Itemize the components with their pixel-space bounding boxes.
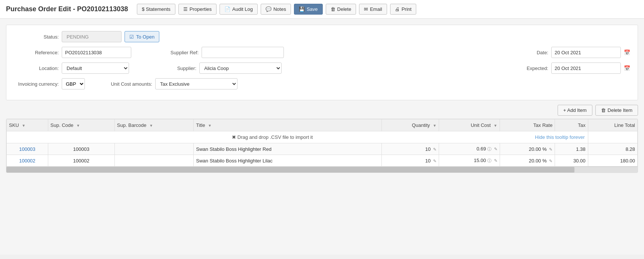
- statements-button[interactable]: $ Statements: [137, 4, 175, 15]
- row1-title: Swan Stabilo Boss Highlighter Red: [194, 143, 382, 155]
- reference-input[interactable]: [62, 47, 131, 58]
- location-group: Location: Default: [14, 63, 129, 74]
- currency-select[interactable]: GBP: [62, 78, 85, 89]
- row2-title: Swan Stabilo Boss Highlighter Lilac: [194, 155, 382, 167]
- unit-cost-filter-icon[interactable]: ▼: [494, 124, 497, 128]
- csv-tooltip-row: ✖ Drag and drop .CSV file to import it H…: [7, 131, 638, 143]
- status-group: Status: PENDING ☑ To Open: [14, 31, 159, 42]
- notes-icon: 💬: [266, 6, 272, 12]
- row1-unit-cost-info-icon[interactable]: ⓘ: [487, 147, 491, 151]
- delete-button[interactable]: 🗑 Delete: [326, 4, 356, 15]
- email-icon: ✉: [364, 6, 368, 12]
- expected-group: Expected: 📅: [503, 63, 630, 74]
- row1-sku[interactable]: 100003: [7, 143, 48, 155]
- date-calendar-icon[interactable]: 📅: [624, 49, 630, 55]
- hide-tooltip-link[interactable]: Hide this tooltip forever: [535, 134, 585, 140]
- table-header-row: SKU ▼ Sup. Code ▼ Sup. Barcode ▼ Title: [7, 119, 638, 131]
- table-section: SKU ▼ Sup. Code ▼ Sup. Barcode ▼ Title: [6, 119, 638, 173]
- status-row: Status: PENDING ☑ To Open: [14, 31, 630, 42]
- to-open-button[interactable]: ☑ To Open: [125, 31, 159, 42]
- col-title: Title ▼: [194, 119, 382, 131]
- properties-icon: ☰: [183, 6, 188, 12]
- delete-item-button[interactable]: 🗑 Delete Item: [595, 105, 638, 116]
- row1-tax: 1.38: [555, 143, 588, 155]
- notes-button[interactable]: 💬 Notes: [261, 4, 291, 15]
- row1-sup-barcode: [114, 143, 194, 155]
- add-item-button[interactable]: + Add Item: [558, 105, 592, 116]
- status-value: PENDING: [62, 31, 122, 42]
- row2-unit-cost-edit-icon[interactable]: ✎: [494, 158, 497, 163]
- audit-log-icon: 📄: [224, 6, 230, 12]
- unit-cost-amounts-select[interactable]: Tax Exclusive: [155, 78, 237, 89]
- print-button[interactable]: 🖨 Print: [390, 4, 417, 15]
- supplier-group: Supplier: Alicia Coop: [151, 63, 282, 74]
- reference-group: Reference:: [14, 47, 131, 58]
- unit-cost-group: Unit Cost amounts: Tax Exclusive: [107, 78, 237, 89]
- row2-sup-code: 100002: [48, 155, 114, 167]
- sup-code-filter-icon[interactable]: ▼: [76, 124, 80, 128]
- save-icon: 💾: [299, 6, 305, 12]
- properties-button[interactable]: ☰ Properties: [178, 4, 217, 15]
- row2-tax: 30.00: [555, 155, 588, 167]
- row2-tax-rate-edit-icon[interactable]: ✎: [549, 159, 552, 163]
- form-section: Status: PENDING ☑ To Open Reference: Sup…: [6, 25, 638, 100]
- col-tax: Tax: [555, 119, 588, 131]
- row2-unit-cost-info-icon[interactable]: ⓘ: [487, 158, 491, 163]
- reference-label: Reference:: [14, 50, 59, 55]
- location-row: Location: Default Supplier: Alicia Coop …: [14, 63, 630, 74]
- main-content: Status: PENDING ☑ To Open Reference: Sup…: [0, 19, 644, 255]
- table-scroll-area[interactable]: SKU ▼ Sup. Code ▼ Sup. Barcode ▼ Title: [6, 119, 638, 167]
- checkbox-icon: ☑: [129, 34, 134, 40]
- supplier-label: Supplier:: [151, 65, 196, 71]
- currency-row: Invoicing currency: GBP Unit Cost amount…: [14, 78, 630, 89]
- page-title: Purchase Order Edit - PO20102113038: [6, 5, 128, 13]
- date-group: Date: 📅: [503, 47, 630, 58]
- invoicing-currency-label: Invoicing currency:: [14, 81, 59, 87]
- email-button[interactable]: ✉ Email: [359, 4, 387, 15]
- title-filter-icon[interactable]: ▼: [208, 124, 212, 128]
- col-sup-barcode: Sup. Barcode ▼: [114, 119, 194, 131]
- date-label: Date:: [503, 50, 548, 55]
- status-label: Status:: [14, 34, 59, 40]
- audit-log-button[interactable]: 📄 Audit Log: [220, 4, 258, 15]
- unit-cost-amounts-label: Unit Cost amounts:: [107, 81, 152, 87]
- col-unit-cost: Unit Cost ▼: [439, 119, 500, 131]
- row2-sku[interactable]: 100002: [7, 155, 48, 167]
- row1-sup-code: 100003: [48, 143, 114, 155]
- expected-calendar-icon[interactable]: 📅: [624, 65, 630, 71]
- scrollbar-thumb: [6, 167, 574, 173]
- csv-tooltip-cell: ✖ Drag and drop .CSV file to import it H…: [7, 131, 588, 143]
- quantity-filter-icon[interactable]: ▼: [433, 124, 436, 128]
- row1-tax-rate: 20.00 % ✎: [500, 143, 555, 155]
- supplier-ref-input[interactable]: [202, 47, 284, 58]
- row1-quantity-edit-icon[interactable]: ✎: [433, 147, 436, 152]
- row2-unit-cost: 15.00 ⓘ ✎: [439, 155, 500, 167]
- top-bar: Purchase Order Edit - PO20102113038 $ St…: [0, 0, 644, 19]
- col-tax-rate: Tax Rate: [500, 119, 555, 131]
- row1-quantity: 10 ✎: [382, 143, 439, 155]
- horizontal-scrollbar[interactable]: [6, 167, 638, 173]
- supplier-ref-label: Supplier Ref:: [154, 50, 199, 55]
- row2-quantity-edit-icon[interactable]: ✎: [433, 159, 436, 163]
- sup-barcode-filter-icon[interactable]: ▼: [149, 124, 153, 128]
- location-select[interactable]: Default: [62, 63, 129, 74]
- row1-line-total: 8.28: [588, 143, 637, 155]
- row2-tax-rate: 20.00 % ✎: [500, 155, 555, 167]
- table-row: 100003 100003 Swan Stabilo Boss Highligh…: [7, 143, 638, 155]
- col-sku: SKU ▼: [7, 119, 48, 131]
- save-button[interactable]: 💾 Save: [294, 4, 323, 15]
- location-label: Location:: [14, 65, 59, 71]
- expected-input[interactable]: [551, 63, 621, 74]
- col-quantity: Quantity ▼: [382, 119, 439, 131]
- row2-sup-barcode: [114, 155, 194, 167]
- supplier-select[interactable]: Alicia Coop: [199, 63, 282, 74]
- row1-unit-cost-edit-icon[interactable]: ✎: [494, 147, 497, 151]
- date-input[interactable]: [551, 47, 621, 58]
- row2-quantity: 10 ✎: [382, 155, 439, 167]
- row1-unit-cost: 0.69 ⓘ ✎: [439, 143, 500, 155]
- row2-line-total: 180.00: [588, 155, 637, 167]
- reference-row: Reference: Supplier Ref: Date: 📅: [14, 47, 630, 58]
- items-table: SKU ▼ Sup. Code ▼ Sup. Barcode ▼ Title: [6, 119, 638, 167]
- sku-filter-icon[interactable]: ▼: [22, 124, 25, 128]
- row1-tax-rate-edit-icon[interactable]: ✎: [549, 147, 552, 152]
